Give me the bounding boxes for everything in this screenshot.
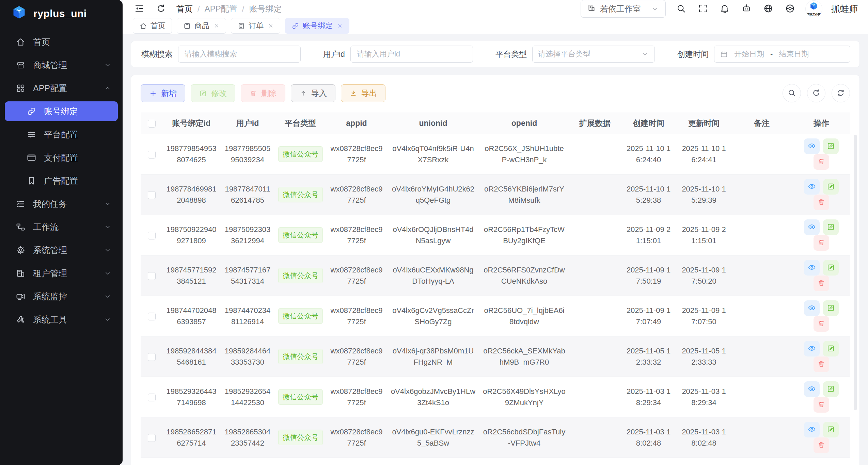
sidebar-item-app-config[interactable]: APP配置 [5,78,118,98]
edit-row-button[interactable] [823,138,839,154]
table-search-toggle-button[interactable] [783,84,801,102]
row-checkbox[interactable] [148,313,156,320]
delete-row-button[interactable] [814,316,829,332]
sidebar-item-workflow[interactable]: 工作流 [5,217,118,237]
delete-row-button[interactable] [814,437,829,453]
table-scrollbar[interactable] [854,135,857,410]
row-actions-cell [792,255,850,296]
fuzzy-search-input[interactable] [178,46,301,63]
notifications-button[interactable] [718,2,731,16]
view-row-button[interactable] [804,260,820,276]
platform-type-cell: 微信公众号 [275,336,326,377]
delete-row-button[interactable] [814,154,829,170]
tab-home[interactable]: 首页 [133,18,172,34]
row-checkbox[interactable] [148,394,156,401]
edit-row-button[interactable] [823,422,839,437]
table-row: 19875092294092718091987509230336212994微信… [141,215,850,255]
ext-data-cell [569,336,620,377]
row-checkbox[interactable] [148,434,156,442]
username[interactable]: 抓蛙师 [831,3,858,15]
updated-time-cell: 2025-11-09 21:15:01 [677,215,731,255]
sidebar-item-system-tools[interactable]: 系统工具 [5,310,118,329]
add-button[interactable]: 新增 [141,84,185,102]
search-button[interactable] [675,2,688,16]
delete-row-button[interactable] [814,235,829,251]
export-button[interactable]: 导出 [341,84,385,102]
close-icon[interactable] [268,23,274,29]
row-checkbox[interactable] [148,151,156,159]
collapse-sidebar-button[interactable] [133,2,146,16]
delete-row-button[interactable] [814,276,829,291]
assistant-button[interactable] [740,2,753,16]
ext-data-cell [569,417,620,458]
platform-type-group: 平台类型 请选择平台类型 [495,46,655,63]
platform-tag: 微信公众号 [278,227,323,243]
view-row-button[interactable] [804,179,820,195]
edit-icon [827,425,835,434]
table-reset-button[interactable] [807,84,825,102]
row-checkbox[interactable] [148,232,156,239]
sidebar-item-home[interactable]: 首页 [5,32,118,52]
sidebar-item-pay-config[interactable]: 支付配置 [5,148,118,167]
edit-row-button[interactable] [823,219,839,235]
refresh-page-button[interactable] [155,2,168,16]
sidebar-item-account-binding[interactable]: 账号绑定 [5,101,118,121]
edit-row-button[interactable] [823,381,839,397]
sidebar-item-system-mgmt[interactable]: 系统管理 [5,240,118,260]
table-row: 19877985495380746251987798550595039234微信… [141,134,850,175]
search-icon [787,88,796,98]
edit-row-button[interactable] [823,260,839,276]
avatar-text: 若依工作室 [807,13,821,16]
settings-button[interactable] [784,2,796,16]
language-button[interactable] [762,2,775,16]
view-row-button[interactable] [804,381,820,397]
content: 模糊搜索 用户id 平台类型 请选择平台类型 创建时间 开始日期 - [123,34,868,465]
row-checkbox[interactable] [148,272,156,280]
user-id-input[interactable] [350,46,473,63]
workspace-select[interactable]: 若依工作室 [581,0,666,18]
sidebar-item-mall-mgmt[interactable]: 商城管理 [5,55,118,75]
edit-button[interactable]: 修改 [191,84,235,102]
tab-goods[interactable]: 商品 [177,18,226,34]
sidebar-item-my-tasks[interactable]: 我的任务 [5,194,118,214]
appid-cell: wx08728cf8ec97725f [326,215,387,255]
edit-row-button[interactable] [823,300,839,316]
row-select-cell [141,175,162,215]
row-checkbox[interactable] [148,191,156,199]
sidebar-item-tenant-mgmt[interactable]: 租户管理 [5,263,118,283]
row-checkbox[interactable] [148,353,156,361]
sidebar-item-ad-config[interactable]: 广告配置 [5,171,118,190]
delete-row-button[interactable] [814,195,829,210]
edit-row-button[interactable] [823,179,839,195]
close-icon[interactable] [214,23,220,29]
breadcrumb-account-binding[interactable]: 账号绑定 [249,3,282,14]
close-icon[interactable] [337,23,343,29]
breadcrumb-home[interactable]: 首页 [176,3,193,14]
created-time-range-picker[interactable]: 开始日期 - 结束日期 [714,46,850,63]
view-row-button[interactable] [804,300,820,316]
view-row-button[interactable] [804,138,820,154]
view-row-button[interactable] [804,219,820,235]
delete-button[interactable]: 删除 [241,84,285,102]
table-refresh-button[interactable] [832,84,850,102]
delete-row-button[interactable] [814,356,829,372]
select-all-checkbox[interactable] [148,120,156,128]
breadcrumb-app-config[interactable]: APP配置 [205,3,237,14]
tab-order[interactable]: 订单 [231,18,280,34]
workflow-icon [16,222,26,232]
import-button[interactable]: 导入 [291,84,335,102]
sidebar-item-system-monitor[interactable]: 系统监控 [5,286,118,306]
avatar[interactable]: 若依工作室 [805,0,822,17]
tab-account-binding[interactable]: 账号绑定 [285,18,349,34]
view-row-button[interactable] [804,341,820,356]
view-row-button[interactable] [804,422,820,437]
sidebar-item-platform-config[interactable]: 平台配置 [5,124,118,144]
edit-row-button[interactable] [823,341,839,356]
monitor-icon [16,292,26,301]
platform-type-select[interactable]: 请选择平台类型 [532,46,655,63]
delete-row-button[interactable] [814,397,829,413]
trash-icon [817,198,825,207]
updated-time-cell: 2025-11-03 18:02:48 [677,417,731,458]
openid-cell: oR2C56X49DlsYsHXLyo9ZMukYnjY [479,377,569,417]
fullscreen-button[interactable] [696,2,709,16]
